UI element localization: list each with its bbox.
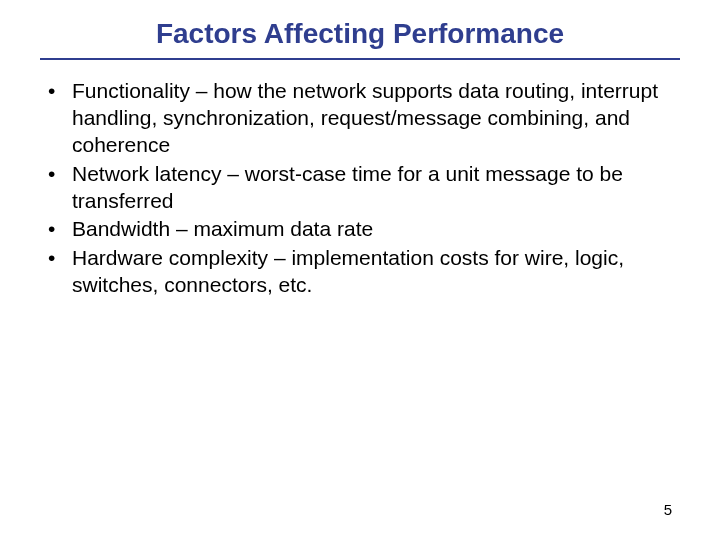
list-item: • Hardware complexity – implementation c… <box>44 245 680 299</box>
page-number: 5 <box>664 501 672 518</box>
list-item: • Bandwidth – maximum data rate <box>44 216 680 243</box>
slide-container: Factors Affecting Performance • Function… <box>0 0 720 540</box>
list-item: • Functionality – how the network suppor… <box>44 78 680 159</box>
bullet-icon: • <box>44 216 72 243</box>
content-area: • Functionality – how the network suppor… <box>40 78 680 299</box>
list-item: • Network latency – worst-case time for … <box>44 161 680 215</box>
bullet-list: • Functionality – how the network suppor… <box>44 78 680 299</box>
slide-title: Factors Affecting Performance <box>60 18 660 58</box>
bullet-text: Network latency – worst-case time for a … <box>72 161 680 215</box>
bullet-icon: • <box>44 161 72 188</box>
bullet-icon: • <box>44 245 72 272</box>
bullet-text: Functionality – how the network supports… <box>72 78 680 159</box>
bullet-icon: • <box>44 78 72 105</box>
title-divider <box>40 58 680 60</box>
bullet-text: Bandwidth – maximum data rate <box>72 216 680 243</box>
bullet-text: Hardware complexity – implementation cos… <box>72 245 680 299</box>
